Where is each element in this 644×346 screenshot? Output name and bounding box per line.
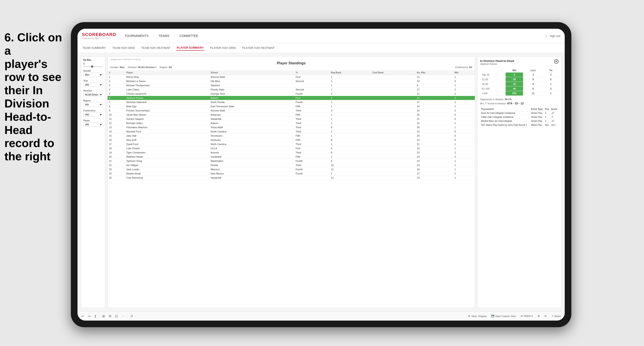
cell-num: 16: [108, 138, 125, 142]
table-row[interactable]: 9 Preston Summerhays Arizona State Third…: [108, 109, 475, 113]
h2h-label: 11-25: [480, 77, 506, 82]
table-row[interactable]: 4 Luke Claton Florida State Second 1 27 …: [108, 88, 475, 92]
paste-button[interactable]: ⊡: [114, 314, 119, 319]
division-select[interactable]: NCAA Division I: [83, 93, 103, 97]
layout-button[interactable]: ⊞: [536, 314, 541, 318]
cell-yr: Fourth: [294, 167, 330, 172]
table-row[interactable]: 18 Luke Powell UCLA First 4 24 1: [108, 146, 475, 151]
tab-player-summary[interactable]: PLAYER SUMMARY: [176, 45, 204, 51]
table-row[interactable]: 1 Wenyi Ding Arizona State First 1 11 1: [108, 75, 475, 79]
table-row[interactable]: 22 Ian Gilligan Florida Third 10 24 1: [108, 163, 475, 167]
copy-button[interactable]: ⧉: [108, 314, 112, 319]
table-row[interactable]: 23 Jack Lundin Missouri Fourth 11 24 1: [108, 167, 475, 172]
t-type: Match Play: [530, 123, 544, 127]
t-pos: 2: [544, 119, 550, 123]
t-col-score: Score: [550, 107, 558, 111]
cell-num: 23: [108, 167, 125, 172]
region-filter-key: Region:: [160, 66, 168, 69]
table-row[interactable]: 19 Tiger Christensen Arizona Third 8 23 …: [108, 151, 475, 155]
cell-win: 1: [453, 125, 475, 130]
table-row[interactable]: 10 Jacob Mac Diesen Arkansas Fifth 1 25 …: [108, 113, 475, 117]
more-button[interactable]: ···: [121, 314, 126, 319]
division-label: Division: [83, 90, 103, 92]
h2h-tie: 1: [543, 82, 558, 86]
cell-reg-rank: 2: [330, 130, 371, 134]
cell-num: 7: [108, 100, 125, 104]
table-row[interactable]: 2 Michael La Sasso Ole Miss Second 1 10 …: [108, 79, 475, 83]
cell-yr: Third: [294, 109, 330, 113]
slider-thumb[interactable]: [91, 65, 93, 68]
h2h-close-button[interactable]: ✕: [554, 59, 558, 64]
tab-team-h2h-grid[interactable]: TEAM H2H GRID: [112, 45, 135, 50]
save-icon: 💾: [491, 315, 494, 318]
cell-num: 25: [108, 176, 125, 180]
h2h-label: Top 10: [480, 72, 506, 77]
table-row[interactable]: 20 Matthew Riedel Vanderbilt Fifth 1 24 …: [108, 155, 475, 159]
cell-reg-rank: 8: [330, 151, 371, 155]
filter-button[interactable]: ⊞: [101, 314, 106, 319]
cell-win: 0: [453, 138, 475, 142]
conference-select[interactable]: (All): [83, 113, 103, 117]
table-row[interactable]: 3 Michael Thorbjornsen Stanford 1 8 1: [108, 83, 475, 88]
slider-track[interactable]: [83, 66, 103, 67]
cell-conf-rank: [371, 151, 416, 155]
h2h-win: 46: [506, 86, 523, 91]
year-select[interactable]: (All): [83, 83, 103, 87]
table-row[interactable]: 6 Jackson Koivun Auburn First 1 21 2: [108, 96, 475, 100]
cell-school: Arkansas: [209, 113, 294, 117]
table-row[interactable]: 21 Taehoon Song Washington Fourth 6 23 1: [108, 159, 475, 163]
cell-conf-rank: [371, 155, 416, 159]
share-icon: ↗: [552, 315, 554, 318]
view-original-button[interactable]: 👁 View: Original: [466, 314, 488, 318]
wlt-record: 674 - 33 - 12: [507, 102, 524, 105]
cell-win: 1: [453, 159, 475, 163]
tab-player-h2h-grid[interactable]: PLAYER H2H GRID: [210, 45, 236, 50]
tab-team-h2h-heatmap[interactable]: TEAM H2H HEATMAP: [141, 45, 171, 50]
cell-win: 1: [453, 167, 475, 172]
cell-player: Maxwell Ford: [125, 130, 209, 134]
back-button[interactable]: ⟪: [94, 314, 98, 319]
region-select[interactable]: N/A: [83, 103, 103, 107]
nav-items: TOURNAMENTS TEAMS COMMITTEE: [123, 33, 546, 39]
h2h-win: 578: [506, 91, 523, 96]
table-row[interactable]: 15 Jake Hall Tennessee Fifth 1 24 0: [108, 134, 475, 138]
save-custom-view-button[interactable]: 💾 Save Custom View: [490, 314, 517, 318]
gender-select[interactable]: Men Women: [83, 73, 103, 77]
table-row[interactable]: 14 Maxwell Ford North Carolina Third 2 2…: [108, 130, 475, 134]
cell-player: Luke Powell: [125, 146, 209, 151]
cell-yr: Fifth: [294, 104, 330, 109]
table-row[interactable]: 13 Phichaksn Maichon Texas A&M Third 6 3…: [108, 125, 475, 130]
watch-button[interactable]: 👁 Watch ▾: [519, 314, 534, 318]
share-button[interactable]: ↗ Share: [550, 314, 562, 318]
undo-button[interactable]: ↩: [80, 314, 85, 319]
table-row[interactable]: 11 Gordon Sargent Vanderbilt Third 1 21 …: [108, 117, 475, 121]
update-time: Update time: 27/03/2024 16:56:26: [110, 58, 472, 61]
table-row[interactable]: 24 Bastien Amat New Mexico Fourth 1 27 2: [108, 172, 475, 176]
tab-player-h2h-heatmap[interactable]: PLAYER H2H HEATMAP: [242, 45, 275, 50]
nav-committee[interactable]: COMMITTEE: [178, 33, 200, 39]
cell-no-rds: 24: [416, 163, 453, 167]
table-row[interactable]: 5 Christo Lamprecht Georgia Tech Fourth …: [108, 92, 475, 96]
h2h-label: 26-50: [480, 82, 506, 86]
nav-tournaments[interactable]: TOURNAMENTS: [123, 33, 150, 39]
tab-team-summary[interactable]: TEAM SUMMARY: [82, 45, 106, 50]
t-name: Fallen Oak Collegiate Invitational: [480, 115, 530, 119]
table-row[interactable]: 8 Mats Ege East Tennessee State Fifth 1 …: [108, 104, 475, 109]
player-select[interactable]: (All): [83, 123, 103, 127]
cell-yr: Fifth: [294, 138, 330, 142]
redo-button[interactable]: ↪: [87, 314, 92, 319]
table-row[interactable]: 7 Nicholas Gabrelcik North Florida Fourt…: [108, 100, 475, 104]
table-row[interactable]: 16 Alex Goff Kentucky Fifth 8 19 0: [108, 138, 475, 142]
t-col-name: Tournament: [480, 107, 530, 111]
nav-teams[interactable]: TEAMS: [157, 33, 171, 39]
sign-out-btn[interactable]: Sign out: [550, 34, 560, 38]
cell-school: Texas A&M: [209, 125, 294, 130]
gender-filter-key: Gender:: [110, 66, 119, 69]
refresh-button[interactable]: ↺: [129, 314, 134, 319]
h2h-panel: In Division Head-to-Head Jackson Koivun …: [477, 56, 562, 308]
table-row[interactable]: 25 Cole Sherwood Vanderbilt 12 23 1: [108, 176, 475, 180]
table-row[interactable]: 17 David Ford North Carolina Third 1 21 …: [108, 142, 475, 146]
cell-yr: Second: [294, 88, 330, 92]
grid-button[interactable]: ⊟: [543, 314, 548, 318]
table-row[interactable]: 12 Brendan Valles Auburn Third 1 24 1: [108, 121, 475, 125]
